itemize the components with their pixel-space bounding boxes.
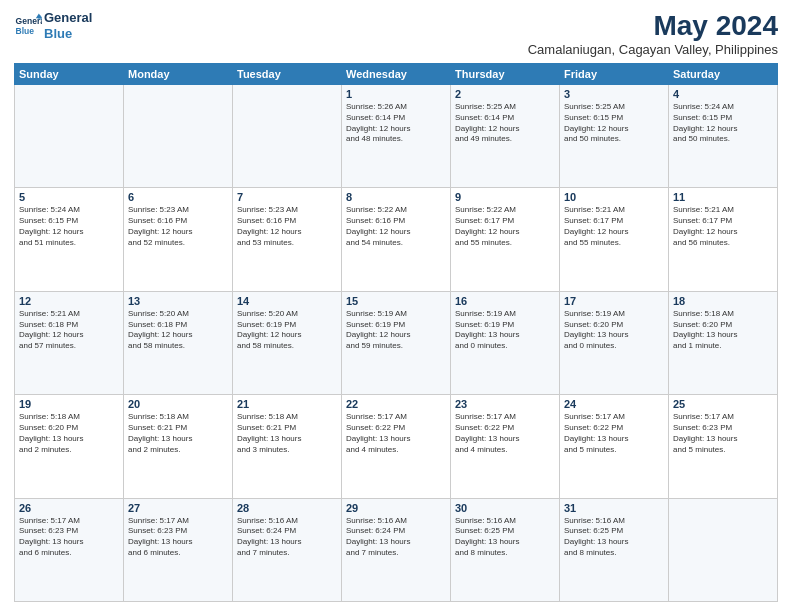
calendar-cell: 19Sunrise: 5:18 AMSunset: 6:20 PMDayligh… (15, 395, 124, 498)
month-title: May 2024 (528, 10, 778, 42)
calendar-cell: 24Sunrise: 5:17 AMSunset: 6:22 PMDayligh… (560, 395, 669, 498)
week-row-5: 26Sunrise: 5:17 AMSunset: 6:23 PMDayligh… (15, 498, 778, 601)
calendar-cell: 29Sunrise: 5:16 AMSunset: 6:24 PMDayligh… (342, 498, 451, 601)
day-number: 24 (564, 398, 664, 410)
day-number: 28 (237, 502, 337, 514)
weekday-header-saturday: Saturday (669, 64, 778, 85)
calendar-cell: 13Sunrise: 5:20 AMSunset: 6:18 PMDayligh… (124, 291, 233, 394)
calendar-cell: 22Sunrise: 5:17 AMSunset: 6:22 PMDayligh… (342, 395, 451, 498)
cell-info: Sunrise: 5:16 AMSunset: 6:24 PMDaylight:… (237, 516, 337, 559)
cell-info: Sunrise: 5:16 AMSunset: 6:25 PMDaylight:… (455, 516, 555, 559)
day-number: 29 (346, 502, 446, 514)
weekday-header-friday: Friday (560, 64, 669, 85)
cell-info: Sunrise: 5:17 AMSunset: 6:23 PMDaylight:… (673, 412, 773, 455)
cell-info: Sunrise: 5:25 AMSunset: 6:15 PMDaylight:… (564, 102, 664, 145)
day-number: 18 (673, 295, 773, 307)
cell-info: Sunrise: 5:20 AMSunset: 6:18 PMDaylight:… (128, 309, 228, 352)
calendar-cell (15, 85, 124, 188)
day-number: 2 (455, 88, 555, 100)
calendar-cell: 12Sunrise: 5:21 AMSunset: 6:18 PMDayligh… (15, 291, 124, 394)
week-row-2: 5Sunrise: 5:24 AMSunset: 6:15 PMDaylight… (15, 188, 778, 291)
day-number: 30 (455, 502, 555, 514)
title-block: May 2024 Camalaniugan, Cagayan Valley, P… (528, 10, 778, 57)
day-number: 1 (346, 88, 446, 100)
calendar-cell: 5Sunrise: 5:24 AMSunset: 6:15 PMDaylight… (15, 188, 124, 291)
calendar-cell: 4Sunrise: 5:24 AMSunset: 6:15 PMDaylight… (669, 85, 778, 188)
day-number: 5 (19, 191, 119, 203)
week-row-3: 12Sunrise: 5:21 AMSunset: 6:18 PMDayligh… (15, 291, 778, 394)
page: General Blue General Blue May 2024 Camal… (0, 0, 792, 612)
weekday-header-tuesday: Tuesday (233, 64, 342, 85)
calendar-cell: 27Sunrise: 5:17 AMSunset: 6:23 PMDayligh… (124, 498, 233, 601)
cell-info: Sunrise: 5:21 AMSunset: 6:17 PMDaylight:… (673, 205, 773, 248)
cell-info: Sunrise: 5:16 AMSunset: 6:25 PMDaylight:… (564, 516, 664, 559)
calendar-cell: 21Sunrise: 5:18 AMSunset: 6:21 PMDayligh… (233, 395, 342, 498)
calendar-cell (124, 85, 233, 188)
day-number: 12 (19, 295, 119, 307)
day-number: 23 (455, 398, 555, 410)
cell-info: Sunrise: 5:17 AMSunset: 6:22 PMDaylight:… (455, 412, 555, 455)
calendar-cell: 20Sunrise: 5:18 AMSunset: 6:21 PMDayligh… (124, 395, 233, 498)
logo: General Blue General Blue (14, 10, 92, 41)
cell-info: Sunrise: 5:26 AMSunset: 6:14 PMDaylight:… (346, 102, 446, 145)
cell-info: Sunrise: 5:18 AMSunset: 6:20 PMDaylight:… (673, 309, 773, 352)
cell-info: Sunrise: 5:17 AMSunset: 6:23 PMDaylight:… (19, 516, 119, 559)
day-number: 9 (455, 191, 555, 203)
cell-info: Sunrise: 5:21 AMSunset: 6:18 PMDaylight:… (19, 309, 119, 352)
weekday-header-monday: Monday (124, 64, 233, 85)
day-number: 3 (564, 88, 664, 100)
logo-general: General (44, 10, 92, 26)
calendar-cell: 7Sunrise: 5:23 AMSunset: 6:16 PMDaylight… (233, 188, 342, 291)
day-number: 11 (673, 191, 773, 203)
cell-info: Sunrise: 5:17 AMSunset: 6:22 PMDaylight:… (564, 412, 664, 455)
day-number: 20 (128, 398, 228, 410)
day-number: 19 (19, 398, 119, 410)
cell-info: Sunrise: 5:22 AMSunset: 6:16 PMDaylight:… (346, 205, 446, 248)
svg-text:Blue: Blue (16, 25, 35, 35)
logo-blue: Blue (44, 26, 92, 42)
cell-info: Sunrise: 5:24 AMSunset: 6:15 PMDaylight:… (19, 205, 119, 248)
cell-info: Sunrise: 5:21 AMSunset: 6:17 PMDaylight:… (564, 205, 664, 248)
cell-info: Sunrise: 5:18 AMSunset: 6:21 PMDaylight:… (237, 412, 337, 455)
day-number: 6 (128, 191, 228, 203)
day-number: 17 (564, 295, 664, 307)
cell-info: Sunrise: 5:23 AMSunset: 6:16 PMDaylight:… (128, 205, 228, 248)
day-number: 21 (237, 398, 337, 410)
calendar-cell: 26Sunrise: 5:17 AMSunset: 6:23 PMDayligh… (15, 498, 124, 601)
header: General Blue General Blue May 2024 Camal… (14, 10, 778, 57)
day-number: 26 (19, 502, 119, 514)
calendar-cell: 28Sunrise: 5:16 AMSunset: 6:24 PMDayligh… (233, 498, 342, 601)
cell-info: Sunrise: 5:22 AMSunset: 6:17 PMDaylight:… (455, 205, 555, 248)
week-row-1: 1Sunrise: 5:26 AMSunset: 6:14 PMDaylight… (15, 85, 778, 188)
calendar-cell: 15Sunrise: 5:19 AMSunset: 6:19 PMDayligh… (342, 291, 451, 394)
calendar-cell: 10Sunrise: 5:21 AMSunset: 6:17 PMDayligh… (560, 188, 669, 291)
cell-info: Sunrise: 5:19 AMSunset: 6:20 PMDaylight:… (564, 309, 664, 352)
cell-info: Sunrise: 5:20 AMSunset: 6:19 PMDaylight:… (237, 309, 337, 352)
calendar-cell: 6Sunrise: 5:23 AMSunset: 6:16 PMDaylight… (124, 188, 233, 291)
weekday-header-row: SundayMondayTuesdayWednesdayThursdayFrid… (15, 64, 778, 85)
calendar-cell: 18Sunrise: 5:18 AMSunset: 6:20 PMDayligh… (669, 291, 778, 394)
calendar-cell: 3Sunrise: 5:25 AMSunset: 6:15 PMDaylight… (560, 85, 669, 188)
calendar-cell: 2Sunrise: 5:25 AMSunset: 6:14 PMDaylight… (451, 85, 560, 188)
calendar-cell: 8Sunrise: 5:22 AMSunset: 6:16 PMDaylight… (342, 188, 451, 291)
calendar-cell: 16Sunrise: 5:19 AMSunset: 6:19 PMDayligh… (451, 291, 560, 394)
cell-info: Sunrise: 5:17 AMSunset: 6:23 PMDaylight:… (128, 516, 228, 559)
cell-info: Sunrise: 5:17 AMSunset: 6:22 PMDaylight:… (346, 412, 446, 455)
calendar-cell: 23Sunrise: 5:17 AMSunset: 6:22 PMDayligh… (451, 395, 560, 498)
calendar-cell: 14Sunrise: 5:20 AMSunset: 6:19 PMDayligh… (233, 291, 342, 394)
day-number: 14 (237, 295, 337, 307)
cell-info: Sunrise: 5:25 AMSunset: 6:14 PMDaylight:… (455, 102, 555, 145)
logo-icon: General Blue (14, 12, 42, 40)
day-number: 10 (564, 191, 664, 203)
cell-info: Sunrise: 5:18 AMSunset: 6:20 PMDaylight:… (19, 412, 119, 455)
cell-info: Sunrise: 5:23 AMSunset: 6:16 PMDaylight:… (237, 205, 337, 248)
day-number: 13 (128, 295, 228, 307)
day-number: 25 (673, 398, 773, 410)
day-number: 16 (455, 295, 555, 307)
calendar-cell (233, 85, 342, 188)
calendar-table: SundayMondayTuesdayWednesdayThursdayFrid… (14, 63, 778, 602)
day-number: 8 (346, 191, 446, 203)
day-number: 22 (346, 398, 446, 410)
calendar-cell: 1Sunrise: 5:26 AMSunset: 6:14 PMDaylight… (342, 85, 451, 188)
location-subtitle: Camalaniugan, Cagayan Valley, Philippine… (528, 42, 778, 57)
